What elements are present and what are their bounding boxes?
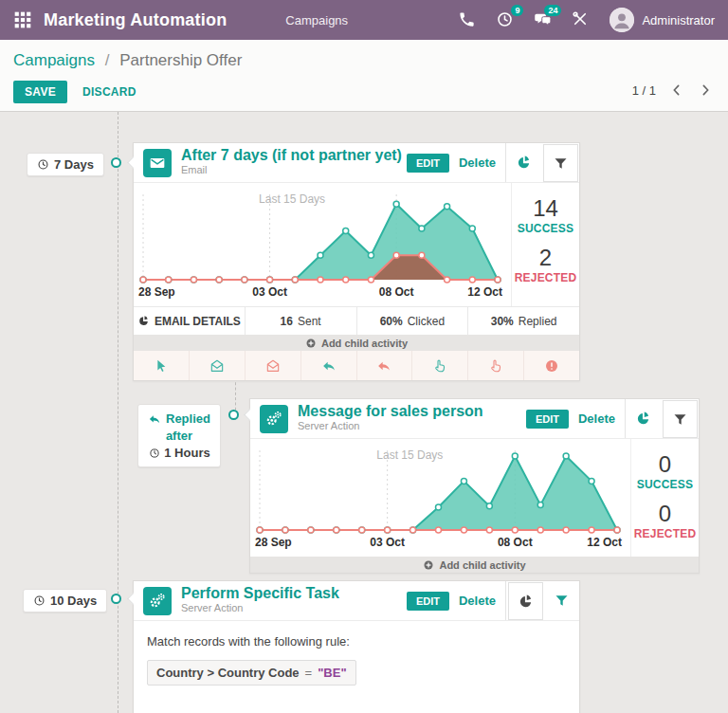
breadcrumb-separator: / [105, 51, 110, 69]
connector-dot [111, 157, 121, 168]
trigger-label-line1: Replied [166, 411, 210, 427]
envelope-opened-icon[interactable] [190, 351, 246, 380]
email-type-icon [143, 149, 172, 177]
svg-text:12 Oct: 12 Oct [467, 285, 502, 299]
rule-field: Country > Country Code [156, 666, 300, 680]
delete-button[interactable]: Delete [459, 594, 496, 608]
svg-text:28 Sep: 28 Sep [138, 285, 175, 299]
activities-icon[interactable]: 9 [496, 10, 515, 29]
tools-icon[interactable] [572, 10, 591, 29]
success-count[interactable]: 0 [631, 451, 699, 478]
save-button[interactable]: SAVE [13, 81, 67, 103]
rejected-label: REJECTED [512, 271, 579, 284]
clock-icon [37, 158, 49, 171]
activity-title: Message for sales person [298, 404, 483, 418]
activity-type: Email [181, 163, 402, 177]
apps-menu-icon[interactable] [13, 10, 32, 29]
clicked-stat[interactable]: 60%Clicked [357, 307, 469, 335]
activity-chart: Last 15 Days28 Sep03 Oct08 Oct12 Oct [250, 439, 630, 557]
activity-title: After 7 days (if not partner yet) [181, 148, 402, 162]
pager-next-icon[interactable] [698, 82, 713, 98]
not-replied-icon[interactable] [357, 351, 413, 380]
messages-badge: 24 [544, 5, 561, 16]
activity-card-task: Perform Specific Task Server Action EDIT… [133, 580, 580, 713]
trigger-box-replied-after[interactable]: Replied after 1 Hours [137, 404, 221, 467]
avatar[interactable] [610, 8, 634, 32]
rejected-count[interactable]: 2 [512, 245, 579, 271]
rule-value: "BE" [318, 666, 346, 680]
menu-campaigns[interactable]: Campaigns [285, 13, 348, 27]
stats-column: 0 SUCCESS 0 REJECTED [630, 439, 699, 557]
pie-chart-icon [137, 315, 150, 327]
edit-button[interactable]: EDIT [407, 592, 449, 611]
activity-card-server-action: Message for sales person Server Action E… [249, 398, 700, 574]
discard-button[interactable]: DISCARD [82, 85, 136, 99]
filter-tab-icon[interactable] [663, 400, 698, 438]
edit-button[interactable]: EDIT [407, 154, 449, 173]
connector-dot [228, 410, 239, 420]
bounced-icon[interactable] [524, 351, 579, 380]
user-name[interactable]: Administrator [642, 13, 715, 27]
graph-tab-icon[interactable] [506, 143, 541, 182]
svg-text:12 Oct: 12 Oct [587, 536, 622, 549]
sent-stat[interactable]: 16Sent [246, 307, 357, 335]
svg-text:08 Oct: 08 Oct [379, 285, 414, 299]
edit-button[interactable]: EDIT [526, 410, 569, 429]
pager-previous-icon[interactable] [669, 82, 684, 98]
mouse-cursor-icon[interactable] [134, 351, 190, 380]
email-stats-footer: EMAIL DETAILS 16Sent 60%Clicked 30%Repli… [134, 306, 579, 335]
envelope-not-opened-icon[interactable] [246, 351, 301, 380]
breadcrumb-campaigns[interactable]: Campaigns [13, 51, 95, 69]
email-details-button[interactable]: EMAIL DETAILS [134, 307, 246, 335]
trigger-box-7-days[interactable]: 7 Days [27, 153, 104, 176]
trigger-box-10-days[interactable]: 10 Days [23, 589, 107, 612]
activity-type: Server Action [181, 601, 339, 615]
clock-icon [148, 447, 160, 459]
delete-button[interactable]: Delete [459, 155, 496, 170]
replied-icon[interactable] [301, 351, 357, 380]
workflow-main-line [118, 112, 118, 713]
plus-circle-icon [423, 559, 434, 571]
plus-circle-icon [305, 338, 317, 349]
breadcrumb: Campaigns / Partnership Offer [13, 51, 715, 70]
phone-icon[interactable] [458, 10, 477, 29]
rule-operator: = [305, 666, 313, 680]
filter-tab-icon[interactable] [544, 581, 579, 620]
success-label: SUCCESS [631, 478, 699, 491]
graph-tab-icon[interactable] [508, 582, 543, 620]
server-action-type-icon [260, 405, 288, 433]
rejected-label: REJECTED [631, 527, 699, 540]
trigger-label: 10 Days [50, 594, 97, 608]
replied-stat[interactable]: 30%Replied [468, 307, 579, 335]
svg-text:28 Sep: 28 Sep [255, 536, 292, 549]
svg-text:03 Oct: 03 Oct [252, 285, 287, 299]
filter-tab-icon[interactable] [543, 144, 578, 182]
breadcrumb-current: Partnership Offer [119, 51, 242, 69]
add-child-activity-button[interactable]: Add child activity [250, 557, 699, 573]
clicked-icon[interactable] [412, 351, 468, 380]
connector-dot [111, 594, 121, 604]
reply-icon [148, 412, 161, 426]
server-action-type-icon [143, 587, 172, 615]
activity-type: Server Action [298, 419, 483, 433]
app-title[interactable]: Marketing Automation [44, 10, 227, 30]
svg-text:Last 15 Days: Last 15 Days [376, 448, 443, 462]
pager-count: 1 / 1 [632, 83, 656, 98]
rejected-count[interactable]: 0 [631, 501, 699, 527]
campaign-canvas: 7 Days Replied after 1 Hours 10 Days Aft… [0, 112, 728, 713]
messages-icon[interactable]: 24 [534, 10, 553, 29]
success-count[interactable]: 14 [512, 195, 579, 222]
filter-panel: Match records with the following rule: C… [134, 621, 579, 699]
stats-column: 14 SUCCESS 2 REJECTED [511, 183, 579, 306]
card-header: Perform Specific Task Server Action EDIT… [134, 581, 579, 621]
domain-rule[interactable]: Country > Country Code = "BE" [147, 660, 356, 686]
success-label: SUCCESS [512, 222, 579, 235]
delete-button[interactable]: Delete [578, 411, 615, 426]
activity-chart: Last 15 Days28 Sep03 Oct08 Oct12 Oct [134, 183, 511, 306]
add-child-activity-button[interactable]: Add child activity [134, 335, 579, 351]
not-clicked-icon[interactable] [468, 351, 524, 380]
child-trigger-options [134, 351, 579, 380]
trigger-label: 7 Days [54, 157, 94, 172]
graph-tab-icon[interactable] [626, 399, 661, 438]
svg-text:08 Oct: 08 Oct [498, 536, 533, 549]
